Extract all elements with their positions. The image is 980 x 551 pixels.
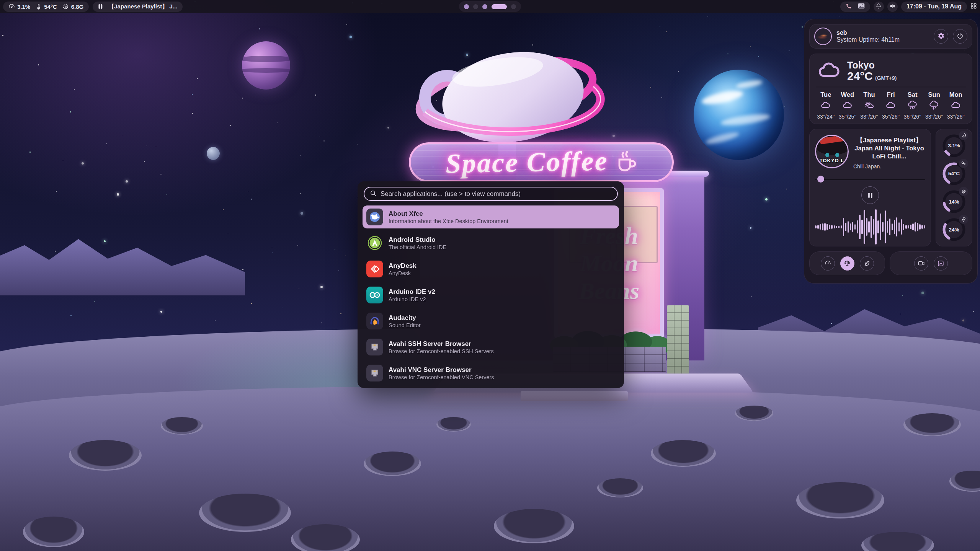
app-row-avahi-vnc[interactable]: Avahi VNC Server Browser Browse for Zero… <box>363 362 619 385</box>
visualizer-bar <box>910 225 911 229</box>
network-jack-icon <box>366 339 383 355</box>
shop-step <box>521 391 628 401</box>
cpu-gauge: 3.1% <box>941 133 967 158</box>
forecast-day: Sun 33°/26° <box>923 91 945 120</box>
visualizer-bar <box>901 219 902 235</box>
anydesk-icon <box>366 261 383 277</box>
visualizer-bar <box>882 222 884 232</box>
search-bar[interactable] <box>364 187 618 201</box>
visualizer-bar <box>829 225 830 229</box>
workspace-dot-empty[interactable] <box>473 4 478 9</box>
screenshot-icon <box>938 260 944 267</box>
visualizer-bar <box>889 218 891 235</box>
rain-cloud-icon <box>907 101 918 111</box>
system-stats-pill: 3.1% 54°C 6.8G <box>3 2 89 12</box>
visualizer-bar <box>836 226 838 228</box>
app-row-audacity[interactable]: Audacity Sound Editor <box>363 310 619 333</box>
visualizer-bar <box>873 219 874 235</box>
cloud-icon <box>885 101 896 111</box>
visualizer-bar <box>908 225 909 228</box>
clock-text: 17:09 - Tue, 19 Aug <box>906 3 962 10</box>
temperature-value: 54°C <box>44 3 57 10</box>
visualizer-bar <box>880 214 881 240</box>
workspace-dot-occupied[interactable] <box>482 4 487 9</box>
workspace-indicator[interactable] <box>459 1 521 12</box>
settings-button[interactable] <box>934 29 948 44</box>
xfce-mouse-icon <box>366 209 383 225</box>
volume-button[interactable] <box>887 2 898 12</box>
weather-timezone: (GMT+9) <box>875 75 897 81</box>
search-input[interactable] <box>381 190 612 198</box>
crater <box>23 517 84 547</box>
gear-icon <box>938 32 945 41</box>
forecast-day: Wed 35°/25° <box>837 91 859 120</box>
app-description: Information about the Xfce Desktop Envir… <box>389 218 508 225</box>
crater <box>436 417 471 432</box>
workspace-dot-active[interactable] <box>492 4 507 9</box>
app-row-about-xfce[interactable]: About Xfce Information about the Xfce De… <box>363 205 619 228</box>
chip-icon <box>959 187 968 196</box>
seek-thumb[interactable] <box>817 176 824 183</box>
app-row-anydesk[interactable]: AnyDesk AnyDesk <box>363 258 619 280</box>
app-name: Avahi SSH Server Browser <box>389 340 494 348</box>
app-launcher: About Xfce Information about the Xfce De… <box>358 181 624 388</box>
cpu-usage-stat: 3.1% <box>8 3 30 10</box>
app-name: Avahi VNC Server Browser <box>389 366 494 374</box>
crater <box>199 494 291 532</box>
wallpaper-icon <box>858 3 865 10</box>
visualizer-bar <box>898 222 900 231</box>
visualizer-bar <box>815 225 817 228</box>
connectivity-pill[interactable] <box>840 2 870 12</box>
visualizer-bar <box>905 225 907 229</box>
system-uptime: System Uptime: 4h11m <box>836 36 929 43</box>
app-name: Audacity <box>389 314 421 322</box>
visualizer-bar <box>894 220 895 234</box>
now-playing-pill[interactable]: 【Japanese Playlist】 J... <box>93 2 183 12</box>
seek-slider[interactable] <box>815 176 925 183</box>
app-description: Arduino IDE v2 <box>389 296 435 303</box>
app-grid-button[interactable] <box>970 3 977 10</box>
visualizer-bar <box>859 215 861 239</box>
visualizer-bar <box>843 218 844 236</box>
search-icon <box>370 190 377 198</box>
app-name: About Xfce <box>389 210 508 218</box>
power-button[interactable] <box>953 29 967 44</box>
powersave-mode-button[interactable] <box>860 256 874 271</box>
app-row-avahi-ssh[interactable]: Avahi SSH Server Browser Browse for Zero… <box>363 336 619 359</box>
workspace-dot-empty[interactable] <box>511 4 516 9</box>
neon-cup-icon <box>615 150 637 174</box>
app-description: Browse for Zeroconf-enabled VNC Servers <box>389 374 494 381</box>
system-gauges-card: 3.1% 54°C 14% 24% <box>936 129 972 246</box>
visualizer-bar <box>871 216 872 238</box>
visualizer-bar <box>852 222 854 232</box>
screenshot-button[interactable] <box>934 256 948 271</box>
memory-gauge: 24% <box>941 217 967 242</box>
visualizer-bar <box>826 224 828 230</box>
clock[interactable]: 17:09 - Tue, 19 Aug <box>901 2 967 12</box>
performance-mode-button[interactable] <box>821 256 835 271</box>
scales-icon <box>844 260 851 267</box>
performance-mode-group <box>809 251 885 275</box>
screen-record-button[interactable] <box>914 256 928 271</box>
balanced-mode-button[interactable] <box>840 256 854 271</box>
visualizer-bar <box>845 223 847 231</box>
visualizer-bar <box>854 224 856 230</box>
app-row-arduino[interactable]: Arduino IDE v2 Arduino IDE v2 <box>363 284 619 306</box>
temperature-stat: 54°C <box>36 3 57 10</box>
phone-link-icon <box>846 3 852 10</box>
visualizer-bar <box>919 224 921 230</box>
avatar[interactable] <box>814 28 832 45</box>
app-row-android-studio[interactable]: Android Studio The official Android IDE <box>363 231 619 254</box>
notifications-button[interactable] <box>874 2 884 12</box>
visualizer-bar <box>861 220 863 234</box>
album-art[interactable]: TOKYO L <box>815 135 849 168</box>
bell-icon <box>875 3 882 10</box>
cloud-icon <box>842 101 853 111</box>
visualizer-bar <box>915 222 916 231</box>
crater <box>364 452 421 476</box>
forecast-day: Fri 35°/26° <box>880 91 902 120</box>
speedometer-icon <box>825 260 831 267</box>
pause-button[interactable] <box>861 186 879 204</box>
crater <box>494 509 574 543</box>
workspace-dot-occupied[interactable] <box>464 4 469 9</box>
